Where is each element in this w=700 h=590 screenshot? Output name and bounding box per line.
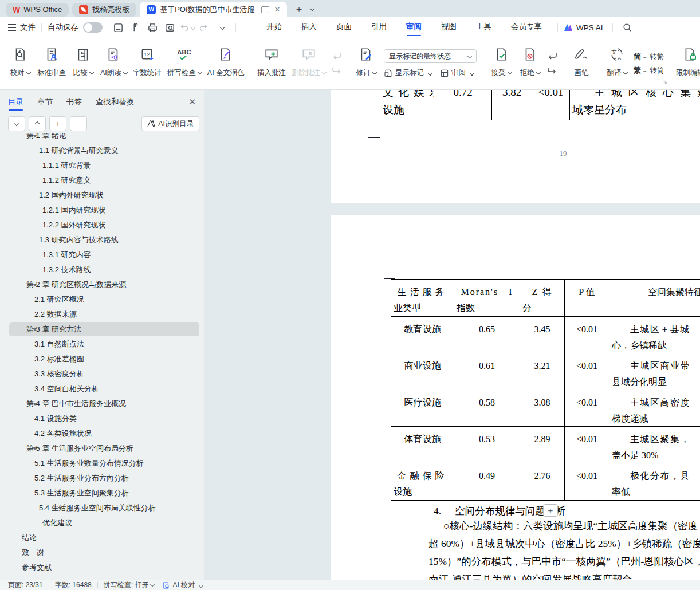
toc-item[interactable]: 4.1 设施分类	[0, 411, 204, 426]
toc-item[interactable]: 2.1 研究区概况	[0, 292, 204, 307]
expand-all-button[interactable]	[8, 116, 25, 131]
toc-item[interactable]: 1.2 国内外研究现状	[0, 188, 204, 203]
toc-item[interactable]: 第 1 章 绪论	[0, 133, 204, 143]
toc-item-label: 5.1 生活服务业数量分布情况分析	[34, 459, 144, 467]
menu-reference[interactable]: 引用	[361, 17, 396, 38]
cell-z: 3.21	[520, 353, 565, 390]
insert-comment-icon	[264, 44, 280, 65]
to-simplified-button[interactable]: 繁→转简	[634, 65, 664, 76]
ai-polish-button[interactable]: AI 全文润色	[205, 41, 247, 86]
menu-tools[interactable]: 工具	[466, 17, 501, 38]
zoom-out-level-button[interactable]: －	[70, 116, 87, 131]
previous-comment-icon[interactable]	[331, 52, 343, 61]
sidebar-tab-chapters[interactable]: 章节	[37, 97, 53, 107]
spell-check-icon: ABC	[176, 44, 193, 65]
toc-item[interactable]: 5.1 生活服务业数量分布情况分析	[0, 456, 204, 471]
zoom-in-level-button[interactable]: ＋	[49, 116, 66, 131]
toc-item[interactable]: 致 谢	[0, 545, 204, 560]
insert-block-plus-button[interactable]: +	[543, 504, 558, 517]
toc-item[interactable]: 结论	[0, 530, 204, 545]
toc-item[interactable]: 4.2 各类设施状况	[0, 426, 204, 441]
toc-item[interactable]: 第 2 章 研究区概况与数据来源	[0, 277, 204, 292]
toc-item[interactable]: 参考文献	[0, 560, 204, 575]
toc-item[interactable]: 1.2.2 国外研究现状	[0, 218, 204, 233]
quick-access-dropdown-icon[interactable]	[213, 21, 230, 34]
standard-review-button[interactable]: 标准审查	[34, 41, 69, 86]
collapse-all-button[interactable]	[29, 116, 46, 131]
toc-item[interactable]: 3.4 空间自相关分析	[0, 381, 204, 396]
menu-page[interactable]: 页面	[327, 17, 361, 38]
menu-review[interactable]: 审阅	[396, 17, 431, 38]
save-icon[interactable]	[109, 21, 127, 34]
insert-comment-button[interactable]: 插入批注	[254, 41, 289, 86]
print-icon[interactable]	[144, 21, 161, 34]
redo-icon[interactable]	[195, 21, 213, 34]
toc-item[interactable]: 1.3 研究内容与技术路线	[0, 233, 204, 247]
toc-item[interactable]: 第 4 章 巴中市生活服务业概况	[0, 396, 204, 411]
sidebar-tab-toc[interactable]: 目录	[8, 97, 23, 107]
tab-list-dropdown-icon[interactable]	[308, 3, 314, 14]
show-markup-button[interactable]: 显示标记	[384, 68, 432, 78]
toc-item[interactable]: 5.2 生活服务业分布方向分析	[0, 471, 204, 486]
toc-item[interactable]: 第 3 章 研究方法	[0, 322, 204, 337]
ai-read-button[interactable]: AI朗读	[97, 41, 130, 86]
toc-item[interactable]: 3.2 标准差椭圆	[0, 352, 204, 367]
toc-item[interactable]: 5.3 生活服务业空间聚集分析	[0, 486, 204, 501]
accept-button[interactable]: 接受	[487, 41, 516, 86]
sidebar-tab-bookmarks[interactable]: 书签	[66, 97, 82, 107]
toc-item-label: 2.1 研究区概况	[34, 295, 84, 304]
next-change-icon[interactable]	[546, 66, 558, 75]
export-icon[interactable]	[127, 21, 144, 34]
proofing-button[interactable]: 校对	[6, 41, 34, 86]
sidebar-tab-find-replace[interactable]: 查找和替换	[96, 97, 135, 107]
toc-item[interactable]: 1.1.1 研究背景	[0, 158, 204, 173]
wps-ai-button[interactable]: WPS AI	[564, 23, 603, 32]
toc-item[interactable]: 3.1 自然断点法	[0, 337, 204, 352]
track-changes-button[interactable]: 修订	[352, 41, 380, 86]
delete-comment-button[interactable]: 删除批注	[289, 41, 329, 86]
menu-view[interactable]: 视图	[431, 17, 466, 38]
next-comment-icon[interactable]	[331, 66, 343, 75]
previous-change-icon[interactable]	[546, 52, 558, 61]
close-tab-icon[interactable]: ✕	[274, 5, 281, 14]
menu-home[interactable]: 开始	[257, 17, 292, 38]
table-header-row: 生活服务业类型Moran's I指数Z 得分P 值空间集聚特征	[391, 280, 700, 317]
menu-membership[interactable]: 会员专享	[501, 17, 552, 38]
ai-detect-toc-button[interactable]: AI识别目录	[141, 116, 199, 131]
toc-item[interactable]: 1.1.2 研究意义	[0, 173, 204, 188]
toc-item[interactable]: 优化建议	[0, 516, 204, 530]
compare-button[interactable]: 比较	[69, 41, 97, 86]
new-tab-button[interactable]: ＋	[294, 2, 304, 15]
search-icon[interactable]	[619, 21, 636, 34]
toc-item[interactable]: 1.1 研究背景与研究意义	[0, 143, 204, 158]
toc-item[interactable]: 3.3 核密度分析	[0, 367, 204, 381]
group-expand-icon[interactable]: ⇘	[663, 79, 668, 85]
toc-item[interactable]: 2.2 数据来源	[0, 307, 204, 322]
to-traditional-button[interactable]: 简→转繁	[634, 52, 664, 62]
ink-pen-button[interactable]: 画笔	[567, 41, 596, 86]
restrict-edit-button[interactable]: 限制编辑	[673, 41, 700, 86]
toc-item[interactable]: 5.4 生活服务业空间布局关联性分析	[0, 501, 204, 516]
review-pane-button[interactable]: 审阅	[440, 68, 474, 78]
tab-docer-template[interactable]: 找稿壳模板	[72, 3, 136, 17]
tab-document[interactable]: W 基于POI数据的巴中市生活服 ✕	[140, 2, 287, 17]
close-sidebar-icon[interactable]: ✕	[188, 97, 196, 107]
spell-check-status[interactable]: 拼写检查: 打开	[104, 580, 155, 590]
reject-button[interactable]: 拒绝	[516, 41, 544, 86]
toc-item[interactable]: 1.2.1 国内研究现状	[0, 203, 204, 218]
toc-item[interactable]: 1.3.2 技术路线	[0, 262, 204, 277]
spell-check-button[interactable]: ABC 拼写检查	[164, 41, 205, 86]
markup-state-select[interactable]: 显示标记的最终状态	[384, 49, 477, 63]
document-canvas[interactable]: 文化娱乐设施0.723.82<0.01主城区核心集聚，县域零星分布 19 生活服…	[204, 90, 700, 580]
undo-icon[interactable]	[178, 21, 195, 34]
print-preview-icon[interactable]	[161, 21, 178, 34]
translate-button[interactable]: 文A 翻译	[603, 41, 631, 86]
word-count-button[interactable]: 12 字数统计	[130, 41, 164, 86]
autosave-toggle[interactable]	[83, 22, 103, 33]
toc-item[interactable]: 1.3.1 研究内容	[0, 247, 204, 262]
ai-proof-status[interactable]: AI 校对	[162, 580, 203, 590]
tab-wps-office[interactable]: W WPS Office	[6, 3, 69, 17]
menu-insert[interactable]: 插入	[292, 17, 327, 38]
toc-item[interactable]: 第 5 章 生活服务业空间布局分析	[0, 441, 204, 456]
file-menu[interactable]: 文件	[8, 22, 36, 33]
